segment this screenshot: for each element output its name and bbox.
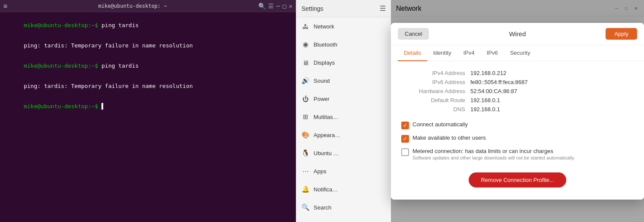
notifications-icon: 🔔 bbox=[301, 185, 309, 193]
power-icon: ⏻ bbox=[301, 95, 309, 103]
displays-icon: 🖥 bbox=[301, 59, 309, 66]
terminal-prompt-1: mike@ubuntu-desktop:~$ bbox=[24, 22, 102, 28]
terminal-window: ⊞ mike@ubuntu-desktop: ~ 🔍 ☰ ─ □ ✕ mike@… bbox=[0, 0, 296, 222]
dns-label: DNS bbox=[401, 106, 470, 113]
ipv6-value: fe80::5054:ff:feca:8687 bbox=[470, 79, 528, 85]
maximize-icon[interactable]: □ bbox=[282, 3, 286, 9]
bluetooth-icon: ◉ bbox=[301, 41, 309, 48]
settings-panel: Settings ☰ 🖧 Network ◉ Bluetooth 🖥 Displ… bbox=[296, 0, 391, 222]
sidebar-item-apps[interactable]: ⋯ Apps bbox=[296, 162, 391, 180]
sidebar-item-power[interactable]: ⏻ Power bbox=[296, 90, 391, 108]
info-row-dns: DNS 192.168.0.1 bbox=[401, 106, 634, 113]
checkbox-metered-input[interactable] bbox=[401, 148, 409, 156]
sidebar-label-multitasking: Multitas… bbox=[314, 114, 339, 120]
terminal-right-controls[interactable]: 🔍 ☰ ─ □ ✕ bbox=[258, 3, 292, 9]
sidebar-label-bluetooth: Bluetooth bbox=[314, 41, 337, 48]
settings-menu-icon[interactable]: ☰ bbox=[380, 4, 386, 13]
tab-ipv6[interactable]: IPv6 bbox=[481, 45, 504, 61]
wired-dialog: Cancel Wired Apply Details Identity IPv4… bbox=[391, 23, 644, 200]
hardware-value: 52:54:00:CA:86:87 bbox=[470, 88, 517, 94]
sidebar-item-multitasking[interactable]: ⊞ Multitas… bbox=[296, 108, 391, 126]
cancel-button[interactable]: Cancel bbox=[398, 28, 429, 40]
sidebar-label-notifications: Notifica… bbox=[314, 186, 338, 193]
metered-label: Metered connection: has data limits or c… bbox=[412, 148, 553, 154]
terminal-left-controls: ⊞ bbox=[3, 3, 7, 9]
terminal-output-2: ping: tardis: Temporary failure in name … bbox=[3, 76, 292, 96]
terminal-cursor: ▌ bbox=[102, 103, 105, 109]
dialog-body: IPv4 Address 192.168.0.212 IPv6 Address … bbox=[391, 61, 644, 200]
terminal-line-2: mike@ubuntu-desktop:~$ ping tardis bbox=[3, 56, 292, 75]
sidebar-label-network: Network bbox=[314, 23, 334, 30]
terminal-cmd-1: ping tardis bbox=[102, 22, 139, 28]
sidebar-label-apps: Apps bbox=[314, 168, 327, 175]
info-row-hardware: Hardware Address 52:54:00:CA:86:87 bbox=[401, 88, 634, 94]
terminal-icon: ⊞ bbox=[3, 3, 7, 9]
sidebar-item-appearance[interactable]: 🎨 Appeara… bbox=[296, 126, 391, 144]
remove-btn-wrapper: Remove Connection Profile... bbox=[401, 166, 634, 191]
settings-header: Settings ☰ bbox=[296, 0, 391, 17]
checkbox-make-available[interactable]: ✓ Make available to other users bbox=[401, 134, 634, 143]
multitasking-icon: ⊞ bbox=[301, 113, 309, 121]
settings-title: Settings bbox=[301, 5, 324, 12]
tab-identity[interactable]: Identity bbox=[427, 45, 457, 61]
connect-auto-label: Connect automatically bbox=[412, 121, 468, 128]
dialog-overlay: Cancel Wired Apply Details Identity IPv4… bbox=[391, 0, 644, 222]
checkmark-available: ✓ bbox=[403, 136, 407, 141]
checkbox-connect-auto[interactable]: ✓ Connect automatically bbox=[401, 121, 634, 129]
sidebar-item-network[interactable]: 🖧 Network bbox=[296, 17, 391, 35]
sidebar-item-notifications[interactable]: 🔔 Notifica… bbox=[296, 180, 391, 198]
info-row-route: Default Route 192.168.0.1 bbox=[401, 97, 634, 103]
sidebar-item-bluetooth[interactable]: ◉ Bluetooth bbox=[296, 35, 391, 53]
terminal-line-3: mike@ubuntu-desktop:~$ ▌ bbox=[3, 97, 292, 116]
info-row-ipv4: IPv4 Address 192.168.0.212 bbox=[401, 70, 634, 76]
checkmark-auto: ✓ bbox=[403, 123, 407, 128]
sidebar-item-displays[interactable]: 🖥 Displays bbox=[296, 53, 391, 72]
search-icon[interactable]: 🔍 bbox=[258, 3, 266, 9]
info-row-ipv6: IPv6 Address fe80::5054:ff:feca:8687 bbox=[401, 79, 634, 85]
menu-icon[interactable]: ☰ bbox=[268, 3, 274, 9]
tab-security[interactable]: Security bbox=[504, 45, 536, 61]
ipv6-label: IPv6 Address bbox=[401, 79, 470, 85]
network-panel: Network ─ □ ✕ Cancel Wired Apply Details… bbox=[391, 0, 644, 222]
sidebar-item-sound[interactable]: 🔊 Sound bbox=[296, 72, 391, 90]
remove-connection-button[interactable]: Remove Connection Profile... bbox=[469, 172, 566, 188]
checkbox-metered[interactable]: Metered connection: has data limits or c… bbox=[401, 148, 634, 160]
tab-details[interactable]: Details bbox=[398, 45, 427, 61]
checkbox-make-available-input[interactable]: ✓ bbox=[401, 135, 409, 143]
tab-ipv4[interactable]: IPv4 bbox=[457, 45, 481, 61]
route-value: 192.168.0.1 bbox=[470, 97, 500, 103]
hardware-label: Hardware Address bbox=[401, 88, 470, 94]
terminal-prompt-3: mike@ubuntu-desktop:~$ bbox=[24, 103, 102, 109]
metered-sublabel: Software updates and other large downloa… bbox=[412, 155, 575, 160]
make-available-label: Make available to other users bbox=[412, 134, 486, 141]
terminal-title: mike@ubuntu-desktop: ~ bbox=[7, 3, 258, 9]
sidebar-item-online-accounts[interactable]: ☁ Online Accounts bbox=[296, 216, 391, 222]
checkbox-connect-auto-input[interactable]: ✓ bbox=[401, 122, 409, 129]
sidebar-label-sound: Sound bbox=[314, 78, 330, 84]
route-label: Default Route bbox=[401, 97, 470, 103]
settings-list: 🖧 Network ◉ Bluetooth 🖥 Displays 🔊 Sound… bbox=[296, 17, 391, 222]
apply-button[interactable]: Apply bbox=[606, 28, 637, 40]
terminal-output-1: ping: tardis: Temporary failure in name … bbox=[3, 36, 292, 55]
close-icon[interactable]: ✕ bbox=[289, 3, 292, 9]
sidebar-label-ubuntu: Ubuntu … bbox=[314, 150, 339, 156]
ipv4-label: IPv4 Address bbox=[401, 70, 470, 76]
terminal-prompt-2: mike@ubuntu-desktop:~$ bbox=[24, 63, 102, 69]
sidebar-label-displays: Displays bbox=[314, 59, 335, 66]
sidebar-item-ubuntu[interactable]: 🐧 Ubuntu … bbox=[296, 144, 391, 162]
dialog-tabs: Details Identity IPv4 IPv6 Security bbox=[391, 45, 644, 61]
ipv4-value: 192.168.0.212 bbox=[470, 70, 506, 76]
dns-value: 192.168.0.1 bbox=[470, 106, 500, 113]
appearance-icon: 🎨 bbox=[301, 131, 309, 139]
search-sidebar-icon: 🔍 bbox=[301, 203, 309, 211]
minimize-icon[interactable]: ─ bbox=[276, 3, 280, 9]
sidebar-label-appearance: Appeara… bbox=[314, 132, 340, 138]
sound-icon: 🔊 bbox=[301, 77, 309, 84]
dialog-header: Cancel Wired Apply bbox=[391, 23, 644, 45]
ubuntu-icon: 🐧 bbox=[301, 149, 309, 157]
apps-icon: ⋯ bbox=[301, 167, 309, 175]
terminal-line-1: mike@ubuntu-desktop:~$ ping tardis bbox=[3, 16, 292, 35]
terminal-cmd-2: ping tardis bbox=[102, 63, 139, 69]
sidebar-item-search[interactable]: 🔍 Search bbox=[296, 198, 391, 216]
terminal-body[interactable]: mike@ubuntu-desktop:~$ ping tardis ping:… bbox=[0, 12, 296, 222]
